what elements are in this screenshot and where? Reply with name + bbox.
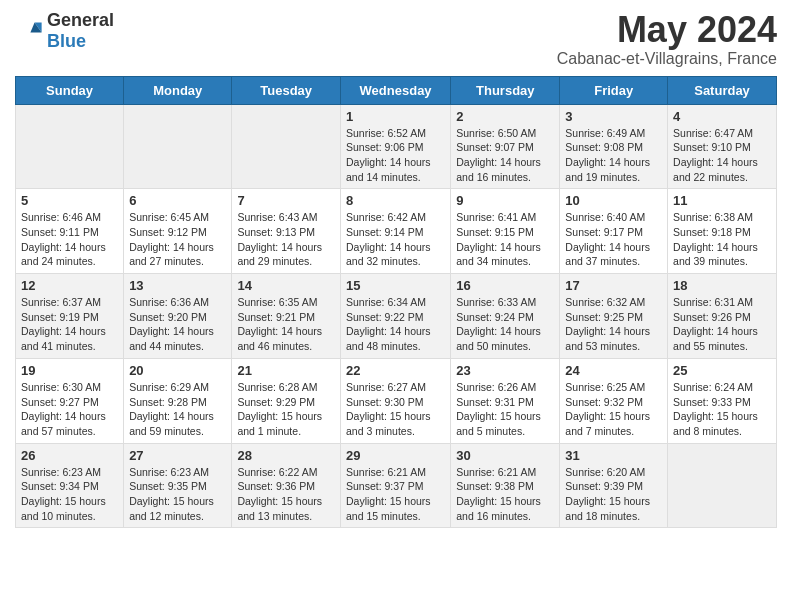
calendar-cell: 23Sunrise: 6:26 AM Sunset: 9:31 PM Dayli… xyxy=(451,358,560,443)
calendar-cell xyxy=(16,104,124,189)
day-number: 17 xyxy=(565,278,662,293)
calendar-cell xyxy=(668,443,777,528)
month-title: May 2024 xyxy=(557,10,777,50)
day-number: 6 xyxy=(129,193,226,208)
day-number: 12 xyxy=(21,278,118,293)
calendar-cell: 31Sunrise: 6:20 AM Sunset: 9:39 PM Dayli… xyxy=(560,443,668,528)
cell-info: Sunrise: 6:23 AM Sunset: 9:34 PM Dayligh… xyxy=(21,465,118,524)
calendar-cell: 22Sunrise: 6:27 AM Sunset: 9:30 PM Dayli… xyxy=(340,358,450,443)
cell-info: Sunrise: 6:32 AM Sunset: 9:25 PM Dayligh… xyxy=(565,295,662,354)
calendar-cell: 4Sunrise: 6:47 AM Sunset: 9:10 PM Daylig… xyxy=(668,104,777,189)
calendar-cell: 5Sunrise: 6:46 AM Sunset: 9:11 PM Daylig… xyxy=(16,189,124,274)
calendar-cell: 1Sunrise: 6:52 AM Sunset: 9:06 PM Daylig… xyxy=(340,104,450,189)
logo: General Blue xyxy=(15,10,114,52)
cell-info: Sunrise: 6:35 AM Sunset: 9:21 PM Dayligh… xyxy=(237,295,335,354)
logo-icon xyxy=(15,17,43,45)
day-number: 15 xyxy=(346,278,445,293)
calendar-cell: 6Sunrise: 6:45 AM Sunset: 9:12 PM Daylig… xyxy=(124,189,232,274)
day-number: 7 xyxy=(237,193,335,208)
calendar-week-row: 5Sunrise: 6:46 AM Sunset: 9:11 PM Daylig… xyxy=(16,189,777,274)
calendar-cell: 28Sunrise: 6:22 AM Sunset: 9:36 PM Dayli… xyxy=(232,443,341,528)
calendar-cell: 7Sunrise: 6:43 AM Sunset: 9:13 PM Daylig… xyxy=(232,189,341,274)
day-number: 30 xyxy=(456,448,554,463)
day-number: 9 xyxy=(456,193,554,208)
calendar-cell: 17Sunrise: 6:32 AM Sunset: 9:25 PM Dayli… xyxy=(560,274,668,359)
calendar-table: SundayMondayTuesdayWednesdayThursdayFrid… xyxy=(15,76,777,529)
calendar-body: 1Sunrise: 6:52 AM Sunset: 9:06 PM Daylig… xyxy=(16,104,777,528)
cell-info: Sunrise: 6:24 AM Sunset: 9:33 PM Dayligh… xyxy=(673,380,771,439)
calendar-cell: 25Sunrise: 6:24 AM Sunset: 9:33 PM Dayli… xyxy=(668,358,777,443)
day-number: 3 xyxy=(565,109,662,124)
calendar-cell: 12Sunrise: 6:37 AM Sunset: 9:19 PM Dayli… xyxy=(16,274,124,359)
cell-info: Sunrise: 6:41 AM Sunset: 9:15 PM Dayligh… xyxy=(456,210,554,269)
calendar-cell: 20Sunrise: 6:29 AM Sunset: 9:28 PM Dayli… xyxy=(124,358,232,443)
day-number: 29 xyxy=(346,448,445,463)
cell-info: Sunrise: 6:23 AM Sunset: 9:35 PM Dayligh… xyxy=(129,465,226,524)
calendar-cell: 8Sunrise: 6:42 AM Sunset: 9:14 PM Daylig… xyxy=(340,189,450,274)
calendar-cell xyxy=(232,104,341,189)
cell-info: Sunrise: 6:36 AM Sunset: 9:20 PM Dayligh… xyxy=(129,295,226,354)
cell-info: Sunrise: 6:38 AM Sunset: 9:18 PM Dayligh… xyxy=(673,210,771,269)
calendar-cell: 26Sunrise: 6:23 AM Sunset: 9:34 PM Dayli… xyxy=(16,443,124,528)
title-area: May 2024 Cabanac-et-Villagrains, France xyxy=(557,10,777,68)
cell-info: Sunrise: 6:46 AM Sunset: 9:11 PM Dayligh… xyxy=(21,210,118,269)
cell-info: Sunrise: 6:20 AM Sunset: 9:39 PM Dayligh… xyxy=(565,465,662,524)
cell-info: Sunrise: 6:42 AM Sunset: 9:14 PM Dayligh… xyxy=(346,210,445,269)
cell-info: Sunrise: 6:45 AM Sunset: 9:12 PM Dayligh… xyxy=(129,210,226,269)
calendar-header-row: SundayMondayTuesdayWednesdayThursdayFrid… xyxy=(16,76,777,104)
calendar-cell: 29Sunrise: 6:21 AM Sunset: 9:37 PM Dayli… xyxy=(340,443,450,528)
calendar-cell: 11Sunrise: 6:38 AM Sunset: 9:18 PM Dayli… xyxy=(668,189,777,274)
day-number: 19 xyxy=(21,363,118,378)
day-header-tuesday: Tuesday xyxy=(232,76,341,104)
day-number: 8 xyxy=(346,193,445,208)
day-number: 2 xyxy=(456,109,554,124)
day-header-friday: Friday xyxy=(560,76,668,104)
day-number: 24 xyxy=(565,363,662,378)
cell-info: Sunrise: 6:27 AM Sunset: 9:30 PM Dayligh… xyxy=(346,380,445,439)
day-number: 16 xyxy=(456,278,554,293)
calendar-cell xyxy=(124,104,232,189)
logo-general-text: General xyxy=(47,10,114,30)
cell-info: Sunrise: 6:33 AM Sunset: 9:24 PM Dayligh… xyxy=(456,295,554,354)
day-number: 4 xyxy=(673,109,771,124)
calendar-cell: 19Sunrise: 6:30 AM Sunset: 9:27 PM Dayli… xyxy=(16,358,124,443)
cell-info: Sunrise: 6:29 AM Sunset: 9:28 PM Dayligh… xyxy=(129,380,226,439)
day-number: 11 xyxy=(673,193,771,208)
cell-info: Sunrise: 6:21 AM Sunset: 9:38 PM Dayligh… xyxy=(456,465,554,524)
day-number: 5 xyxy=(21,193,118,208)
cell-info: Sunrise: 6:31 AM Sunset: 9:26 PM Dayligh… xyxy=(673,295,771,354)
cell-info: Sunrise: 6:40 AM Sunset: 9:17 PM Dayligh… xyxy=(565,210,662,269)
cell-info: Sunrise: 6:26 AM Sunset: 9:31 PM Dayligh… xyxy=(456,380,554,439)
day-number: 21 xyxy=(237,363,335,378)
logo-blue-text: Blue xyxy=(47,31,86,51)
calendar-cell: 10Sunrise: 6:40 AM Sunset: 9:17 PM Dayli… xyxy=(560,189,668,274)
day-number: 22 xyxy=(346,363,445,378)
calendar-week-row: 1Sunrise: 6:52 AM Sunset: 9:06 PM Daylig… xyxy=(16,104,777,189)
day-number: 28 xyxy=(237,448,335,463)
day-number: 13 xyxy=(129,278,226,293)
cell-info: Sunrise: 6:37 AM Sunset: 9:19 PM Dayligh… xyxy=(21,295,118,354)
cell-info: Sunrise: 6:22 AM Sunset: 9:36 PM Dayligh… xyxy=(237,465,335,524)
location-title: Cabanac-et-Villagrains, France xyxy=(557,50,777,68)
cell-info: Sunrise: 6:43 AM Sunset: 9:13 PM Dayligh… xyxy=(237,210,335,269)
calendar-cell: 9Sunrise: 6:41 AM Sunset: 9:15 PM Daylig… xyxy=(451,189,560,274)
day-number: 1 xyxy=(346,109,445,124)
calendar-week-row: 26Sunrise: 6:23 AM Sunset: 9:34 PM Dayli… xyxy=(16,443,777,528)
day-number: 26 xyxy=(21,448,118,463)
day-number: 25 xyxy=(673,363,771,378)
calendar-cell: 21Sunrise: 6:28 AM Sunset: 9:29 PM Dayli… xyxy=(232,358,341,443)
cell-info: Sunrise: 6:47 AM Sunset: 9:10 PM Dayligh… xyxy=(673,126,771,185)
day-number: 27 xyxy=(129,448,226,463)
calendar-cell: 14Sunrise: 6:35 AM Sunset: 9:21 PM Dayli… xyxy=(232,274,341,359)
calendar-cell: 27Sunrise: 6:23 AM Sunset: 9:35 PM Dayli… xyxy=(124,443,232,528)
day-number: 10 xyxy=(565,193,662,208)
calendar-cell: 15Sunrise: 6:34 AM Sunset: 9:22 PM Dayli… xyxy=(340,274,450,359)
day-header-wednesday: Wednesday xyxy=(340,76,450,104)
cell-info: Sunrise: 6:25 AM Sunset: 9:32 PM Dayligh… xyxy=(565,380,662,439)
cell-info: Sunrise: 6:49 AM Sunset: 9:08 PM Dayligh… xyxy=(565,126,662,185)
header: General Blue May 2024 Cabanac-et-Villagr… xyxy=(15,10,777,68)
calendar-cell: 18Sunrise: 6:31 AM Sunset: 9:26 PM Dayli… xyxy=(668,274,777,359)
day-header-sunday: Sunday xyxy=(16,76,124,104)
day-number: 18 xyxy=(673,278,771,293)
cell-info: Sunrise: 6:50 AM Sunset: 9:07 PM Dayligh… xyxy=(456,126,554,185)
